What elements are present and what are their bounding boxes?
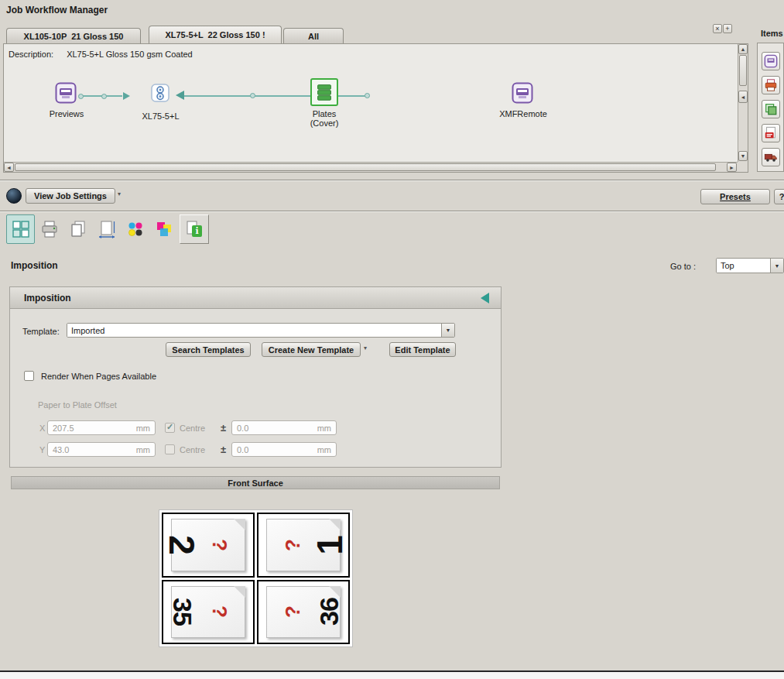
tool-separations-button[interactable] (121, 214, 149, 244)
plates-icon (764, 102, 778, 116)
tool-imposition-button[interactable] (6, 214, 35, 244)
template-value: Imported (67, 324, 441, 337)
create-template-menu-icon[interactable]: ▾ (364, 345, 367, 352)
tool-print-button[interactable] (35, 214, 63, 244)
collapse-panel-arrow-icon[interactable] (481, 293, 489, 303)
missing-page-mark: ? (281, 539, 305, 551)
x-plusminus-symbol: ± (221, 422, 226, 434)
scroll-right-icon[interactable]: ► (727, 163, 737, 172)
scroll-up-icon[interactable]: ▲ (738, 44, 748, 54)
tab-xl75-5l[interactable]: XL75-5+L 22 Gloss 150 ! (149, 26, 282, 43)
y-plusminus-symbol: ± (221, 444, 226, 455)
y-adjust-field[interactable]: 0.0 mm (231, 442, 337, 457)
missing-page-mark: ? (207, 605, 231, 618)
check-icon: ✓ (166, 422, 173, 432)
tab-xl105-10p[interactable]: XL105-10P 21 Gloss 150 (6, 28, 141, 43)
workflow-canvas[interactable]: Description: XL75-5+L Gloss 150 gsm Coat… (3, 43, 748, 173)
goto-label: Go to : (670, 262, 696, 271)
x-offset-field[interactable]: 207.5 mm (47, 420, 156, 435)
scroll-down-icon[interactable]: ▼ (738, 151, 748, 161)
edit-template-button[interactable]: Edit Template (389, 342, 456, 357)
page-cell-36[interactable]: 36 ? (257, 580, 350, 645)
previews-node-label: Previews (32, 109, 101, 118)
tab-label: All (308, 32, 319, 41)
xmfremote-node-label: XMFRemote (488, 109, 558, 118)
page-number: 2 (162, 535, 203, 555)
x-offset-value: 207.5 (53, 424, 74, 433)
y-offset-value: 43.0 (53, 445, 69, 454)
page-cell-1[interactable]: 1 ? (257, 513, 350, 578)
tool-inks-button[interactable] (149, 214, 178, 244)
flow-connector-dot (78, 94, 84, 99)
canvas-vertical-scrollbar[interactable]: ▲ ◄ ▼ (738, 44, 748, 162)
plates-node-label: Plates (295, 109, 354, 118)
view-job-settings-menu-icon[interactable]: ▾ (118, 190, 121, 197)
x-adjust-value: 0.0 (237, 424, 248, 433)
presets-button[interactable]: Presets (700, 189, 770, 204)
svg-text:i: i (195, 226, 198, 236)
xmfremote-node-icon[interactable] (512, 82, 533, 105)
delivery-icon (764, 150, 778, 164)
page-cell-2[interactable]: 2 ? (162, 513, 255, 578)
item-pdf-button[interactable] (762, 124, 780, 142)
bottom-margin (0, 672, 784, 679)
page-fold-icon (234, 586, 245, 598)
item-plates-button[interactable] (762, 100, 780, 118)
tool-page-setup-button[interactable] (92, 214, 121, 244)
page-number: 35 (167, 598, 197, 626)
collapse-pane-icon[interactable]: ◄ (738, 91, 748, 103)
chevron-down-icon[interactable]: ▼ (770, 259, 783, 273)
y-centre-checkbox[interactable] (165, 444, 175, 454)
press-node-icon[interactable] (151, 84, 169, 104)
item-preview-button[interactable] (762, 52, 780, 70)
x-centre-label: Centre (180, 424, 205, 433)
flow-connector-dot (365, 93, 370, 98)
front-surface-header: Front Surface (11, 476, 500, 489)
item-delivery-button[interactable] (762, 148, 780, 166)
x-adjust-unit: mm (317, 424, 331, 433)
scrollbar-thumb[interactable] (739, 55, 747, 86)
tab-close-button[interactable]: × (713, 24, 722, 33)
scrollbar-thumb[interactable] (15, 163, 716, 171)
help-button[interactable]: ? (774, 189, 784, 204)
page-number: 36 (315, 598, 345, 626)
collapse-orb-button[interactable] (6, 188, 22, 204)
cmyk-dots-icon (125, 219, 146, 239)
page-cell-35[interactable]: 35 ? (162, 580, 255, 645)
item-printer-button[interactable] (762, 76, 780, 94)
search-templates-button[interactable]: Search Templates (166, 342, 251, 357)
x-unit: mm (136, 424, 150, 433)
create-new-template-button[interactable]: Create New Template (262, 342, 361, 357)
x-adjust-field[interactable]: 0.0 mm (231, 420, 337, 435)
printer-icon (764, 78, 778, 92)
x-centre-checkbox[interactable]: ✓ (165, 423, 175, 433)
divider (0, 180, 784, 181)
paper-to-plate-offset-label: Paper to Plate Offset (38, 400, 117, 410)
flow-arrow-left-icon (176, 91, 184, 100)
view-job-settings-button[interactable]: View Job Settings (26, 188, 115, 204)
scroll-left-icon[interactable]: ◄ (4, 163, 14, 172)
render-when-pages-checkbox[interactable] (24, 371, 34, 381)
imposition-preview[interactable]: 2 ? 1 ? 35 ? 36 ? (159, 509, 353, 647)
tool-info-button[interactable]: i (180, 214, 209, 244)
tool-pages-button[interactable] (63, 214, 92, 244)
goto-select[interactable]: Top ▼ (716, 258, 784, 273)
plates-node-icon[interactable] (310, 78, 338, 106)
items-panel-title: Items (761, 29, 783, 38)
page-fold-icon (234, 519, 245, 530)
window-title: Job Workflow Manager (6, 5, 108, 15)
pages-icon (68, 219, 88, 239)
template-select[interactable]: Imported ▼ (67, 323, 455, 338)
y-unit: mm (136, 445, 150, 454)
imposition-grid-icon (11, 219, 31, 239)
flow-connector-dot (250, 93, 255, 98)
panel-title: Imposition (24, 287, 71, 309)
previews-node-icon[interactable] (55, 82, 77, 105)
canvas-horizontal-scrollbar[interactable]: ◄ ► (4, 162, 738, 172)
tab-add-button[interactable]: + (723, 24, 732, 33)
chevron-down-icon[interactable]: ▼ (441, 324, 454, 337)
tab-all[interactable]: All (283, 28, 344, 43)
ink-squares-icon (154, 219, 174, 239)
y-offset-field[interactable]: 43.0 mm (47, 442, 156, 457)
section-title: Imposition (11, 260, 58, 271)
